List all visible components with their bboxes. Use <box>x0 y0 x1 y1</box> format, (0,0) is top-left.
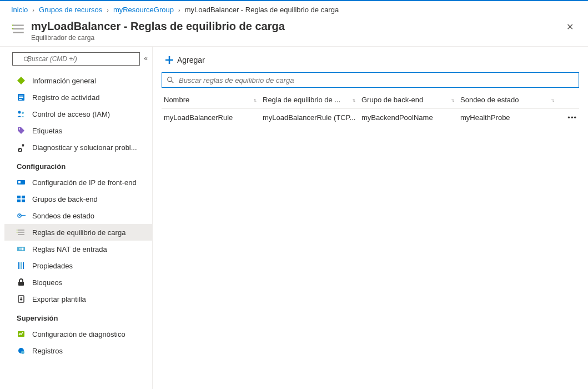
nat-rules-icon <box>17 245 26 253</box>
sidebar-item-label: Reglas NAT de entrada <box>32 245 144 253</box>
row-context-menu-button[interactable]: ••• <box>560 113 577 122</box>
page-title: myLoadBalancer - Reglas de equilibrio de… <box>31 19 557 33</box>
toolbar: Agregar <box>162 50 579 72</box>
svg-point-11 <box>19 128 20 129</box>
locks-icon <box>17 278 26 287</box>
add-button-label: Agregar <box>177 56 205 64</box>
diagnostic-settings-icon <box>17 330 26 338</box>
add-button[interactable]: Agregar <box>162 53 208 67</box>
filter-box <box>162 72 579 88</box>
chevron-right-icon: › <box>107 7 109 13</box>
sidebar-item-label: Registro de actividad <box>32 93 144 102</box>
activity-log-icon <box>17 93 26 102</box>
breadcrumb-item-my-resource-group[interactable]: myResourceGroup <box>113 6 174 14</box>
sidebar-section-monitoring: Supervisión <box>4 307 152 326</box>
tags-icon <box>17 126 26 135</box>
diagnose-icon <box>17 143 26 152</box>
svg-rect-14 <box>17 196 21 198</box>
svg-rect-8 <box>19 99 22 100</box>
rules-filter-input[interactable] <box>179 76 574 84</box>
sidebar-item-export-template[interactable]: Exportar plantilla <box>4 291 152 307</box>
sort-icon: ↑↓ <box>253 97 256 103</box>
svg-line-33 <box>172 81 174 83</box>
overview-icon <box>17 76 26 85</box>
svg-rect-24 <box>18 262 19 269</box>
sort-icon: ↑↓ <box>352 97 355 103</box>
sidebar-item-nat-rules[interactable]: Reglas NAT de entrada <box>4 241 152 257</box>
sidebar-item-access-control[interactable]: Control de acceso (IAM) <box>4 106 152 122</box>
sidebar-item-label: Sondeos de estado <box>32 212 144 220</box>
breadcrumb-item-home[interactable]: Inicio <box>11 6 28 14</box>
sidebar-item-diagnostic-settings[interactable]: Configuración de diagnóstico <box>4 326 152 342</box>
column-header-pool[interactable]: Grupo de back-end <box>361 96 423 104</box>
svg-rect-7 <box>19 97 23 98</box>
backend-pools-icon <box>17 194 26 203</box>
sidebar-item-logs[interactable]: Registros <box>4 342 152 359</box>
column-header-rule[interactable]: Regla de equilibrio de ... <box>263 96 340 104</box>
svg-rect-15 <box>22 196 25 198</box>
sidebar-item-overview[interactable]: Información general <box>4 72 152 89</box>
main-content: Agregar Nombre ↑↓ Regla de equilibrio de… <box>153 47 588 389</box>
breadcrumb-item-resource-groups[interactable]: Grupos de recursos <box>39 6 102 14</box>
svg-point-9 <box>18 111 21 114</box>
svg-rect-6 <box>19 96 23 97</box>
export-template-icon <box>17 295 26 303</box>
sidebar-item-properties[interactable]: Propiedades <box>4 257 152 274</box>
column-header-probe[interactable]: Sondeo de estado <box>460 96 519 104</box>
sidebar-section-configuration: Configuración <box>4 156 152 174</box>
search-icon <box>23 56 30 63</box>
sidebar-item-locks[interactable]: Bloqueos <box>4 274 152 291</box>
sidebar-item-label: Control de acceso (IAM) <box>32 110 144 118</box>
sidebar-item-label: Diagnosticar y solucionar probl... <box>32 143 144 152</box>
svg-point-31 <box>21 351 24 354</box>
sidebar-item-activity-log[interactable]: Registro de actividad <box>4 89 152 106</box>
sidebar-item-tags[interactable]: Etiquetas <box>4 122 152 139</box>
chevron-right-icon: › <box>178 7 180 13</box>
table-row[interactable]: myLoadBalancerRule myLoadBalancerRule (T… <box>162 109 579 126</box>
breadcrumb-item-current: myLoadBalancer - Reglas de equilibrio de… <box>185 6 339 14</box>
cell-pool: myBackendPoolName <box>361 113 460 122</box>
cell-probe: myHealthProbe <box>460 113 560 122</box>
page-subtitle: Equilibrador de carga <box>31 34 557 42</box>
logs-icon <box>17 346 26 355</box>
sidebar-item-backend-pools[interactable]: Grupos de back-end <box>4 191 152 207</box>
sidebar-item-label: Exportar plantilla <box>32 295 144 303</box>
lb-rules-icon <box>17 228 26 237</box>
sidebar-item-label: Etiquetas <box>32 127 144 135</box>
grid-header: Nombre ↑↓ Regla de equilibrio de ... ↑↓ … <box>162 91 579 109</box>
column-header-name[interactable]: Nombre <box>164 96 189 104</box>
sidebar-item-frontend-ip[interactable]: Configuración de IP de front-end <box>4 174 152 191</box>
sidebar-item-lb-rules[interactable]: Reglas de equilibrio de carga <box>4 224 152 241</box>
cell-rule: myLoadBalancerRule (TCP... <box>263 113 361 122</box>
svg-line-4 <box>28 61 29 62</box>
cell-name: myLoadBalancerRule <box>164 113 263 122</box>
sidebar: « Información general Registro de activi… <box>0 47 153 389</box>
svg-rect-16 <box>17 200 21 202</box>
frontend-ip-icon <box>17 178 26 187</box>
svg-rect-17 <box>22 200 25 202</box>
search-icon <box>167 76 174 84</box>
health-probes-icon <box>17 211 26 220</box>
sidebar-item-label: Bloqueos <box>32 278 144 287</box>
properties-icon <box>17 261 26 270</box>
sidebar-item-diagnose[interactable]: Diagnosticar y solucionar probl... <box>4 139 152 156</box>
sidebar-item-label: Grupos de back-end <box>32 195 144 203</box>
svg-point-32 <box>168 77 172 82</box>
svg-rect-27 <box>18 282 24 286</box>
chevron-right-icon: › <box>32 7 34 13</box>
sidebar-item-label: Configuración de IP de front-end <box>32 178 144 187</box>
plus-icon <box>165 56 174 64</box>
sidebar-item-label: Registros <box>32 347 144 355</box>
svg-rect-26 <box>23 262 24 269</box>
breadcrumb: Inicio › Grupos de recursos › myResource… <box>0 1 588 16</box>
sidebar-item-label: Configuración de diagnóstico <box>32 330 144 338</box>
sidebar-item-health-probes[interactable]: Sondeos de estado <box>4 207 152 224</box>
filter-row <box>162 72 579 88</box>
sidebar-search-input[interactable] <box>12 52 140 66</box>
page-header: myLoadBalancer - Reglas de equilibrio de… <box>0 16 588 47</box>
svg-point-3 <box>24 57 28 61</box>
close-button[interactable]: ✕ <box>563 19 577 34</box>
collapse-sidebar-button[interactable]: « <box>144 54 148 62</box>
sidebar-item-label: Propiedades <box>32 262 144 270</box>
sidebar-search <box>12 52 140 66</box>
